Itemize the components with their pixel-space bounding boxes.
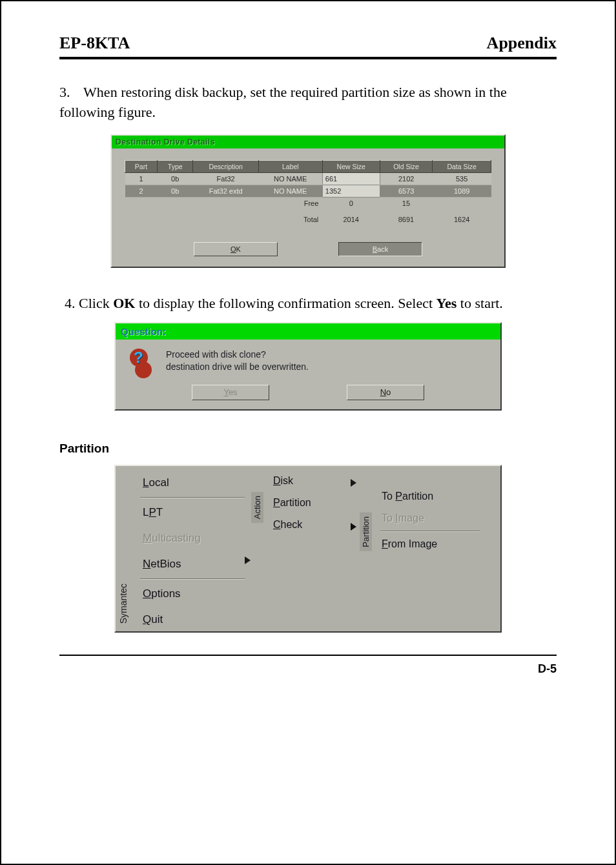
table-row[interactable]: 1 0b Fat32 NO NAME 661 2102 535 — [125, 172, 491, 185]
no-button[interactable]: No — [347, 385, 424, 400]
menu-local[interactable]: Local — [135, 470, 250, 496]
submenu-arrow-icon — [351, 479, 356, 487]
header-left: EP-8KTA — [59, 34, 130, 53]
menu-disk[interactable]: Disk — [267, 470, 357, 492]
cell-desc: Fat32 extd — [193, 185, 259, 197]
footer-rule — [59, 655, 557, 656]
menu-to-partition[interactable]: To Partition — [375, 485, 485, 507]
step-4-b1: OK — [113, 295, 135, 311]
action-tab: Action — [251, 492, 263, 523]
step-4-t2: to display the following confirmation sc… — [135, 295, 436, 311]
th-oldsize: Old Size — [380, 160, 433, 172]
destination-drive-details-dialog: Destination Drive Details Part Type Desc… — [110, 134, 506, 268]
free-label: Free — [258, 197, 322, 209]
cell-datasize: 535 — [433, 172, 491, 185]
back-button[interactable]: Back — [338, 242, 422, 256]
page-number: D-5 — [46, 662, 557, 676]
menu-separator — [140, 578, 245, 580]
step-4-t1: Click — [79, 295, 113, 311]
submenu-arrow-icon — [351, 523, 356, 531]
menu-col-1: Local LPT Multicasting NetBios Options Q… — [135, 470, 250, 633]
menu-lpt[interactable]: LPT — [135, 500, 250, 525]
menu-separator — [380, 531, 480, 532]
yes-button[interactable]: Yes — [192, 385, 269, 400]
menu-quit[interactable]: Quit — [135, 607, 250, 633]
step-4-b2: Yes — [436, 295, 457, 311]
question-icon: ? — [127, 349, 154, 376]
cell-oldsize: 2102 — [380, 172, 433, 185]
header-right: Appendix — [487, 34, 557, 53]
total-new: 2014 — [322, 209, 380, 225]
partition-tab: Partition — [360, 513, 372, 551]
th-datasize: Data Size — [433, 160, 491, 172]
cell-label: NO NAME — [258, 172, 322, 185]
header-rule — [59, 57, 557, 59]
step-3-number: 3. — [59, 83, 80, 103]
total-label: Total — [258, 209, 322, 225]
ddd-titlebar: Destination Drive Details — [112, 136, 504, 148]
th-part: Part — [125, 160, 158, 172]
question-titlebar: Question: — [116, 323, 500, 340]
menu-options[interactable]: Options — [135, 581, 250, 607]
th-label: Label — [258, 160, 322, 172]
th-desc: Description — [193, 160, 259, 172]
menu-check[interactable]: Check — [267, 514, 357, 536]
step-3-text: When restoring disk backup, set the requ… — [59, 84, 507, 120]
total-data: 1624 — [433, 209, 491, 225]
step-4-number: 4. — [65, 295, 76, 311]
menu-netbios[interactable]: NetBios — [135, 551, 250, 577]
menu-col-3: To Partition To Image From Image — [375, 485, 485, 555]
symantec-tab: Symantec — [117, 580, 130, 627]
submenu-arrow-icon — [245, 556, 251, 564]
table-row[interactable]: 2 0b Fat32 extd NO NAME 1352 6573 1089 — [125, 185, 491, 197]
step-4: 4. Click OK to display the following con… — [65, 294, 557, 314]
partition-menu: Symantec Action Partition Local LPT Mult… — [114, 465, 502, 633]
cell-newsize-input[interactable]: 661 — [322, 172, 380, 185]
th-type: Type — [157, 160, 192, 172]
cell-desc: Fat32 — [193, 172, 259, 185]
menu-to-image[interactable]: To Image — [375, 507, 485, 529]
question-dialog: Question: ? Proceed with disk clone? des… — [114, 322, 502, 411]
partition-table: Part Type Description Label New Size Old… — [125, 160, 491, 225]
cell-part: 2 — [125, 185, 158, 197]
free-row: Free 0 15 — [125, 197, 491, 209]
th-newsize: New Size — [322, 160, 380, 172]
menu-col-2: Disk Partition Check — [267, 470, 357, 536]
cell-newsize-input[interactable]: 1352 — [322, 185, 380, 197]
free-new: 0 — [322, 197, 380, 209]
step-3: 3. When restoring disk backup, set the r… — [59, 83, 557, 123]
question-line2: destination drive will be overwritten. — [166, 361, 309, 372]
menu-from-image[interactable]: From Image — [375, 533, 485, 555]
total-old: 8691 — [380, 209, 433, 225]
total-row: Total 2014 8691 1624 — [125, 209, 491, 225]
menu-multicasting[interactable]: Multicasting — [135, 525, 250, 551]
cell-type: 0b — [157, 185, 192, 197]
step-4-t3: to start. — [457, 295, 503, 311]
question-line1: Proceed with disk clone? — [166, 349, 309, 360]
cell-datasize: 1089 — [433, 185, 491, 197]
menu-partition[interactable]: Partition — [267, 492, 357, 514]
ok-button[interactable]: OK — [194, 242, 278, 256]
menu-separator — [140, 497, 245, 498]
free-old: 15 — [380, 197, 433, 209]
partition-heading: Partition — [59, 442, 557, 456]
cell-oldsize: 6573 — [380, 185, 433, 197]
cell-part: 1 — [125, 172, 158, 185]
cell-type: 0b — [157, 172, 192, 185]
cell-label: NO NAME — [258, 185, 322, 197]
